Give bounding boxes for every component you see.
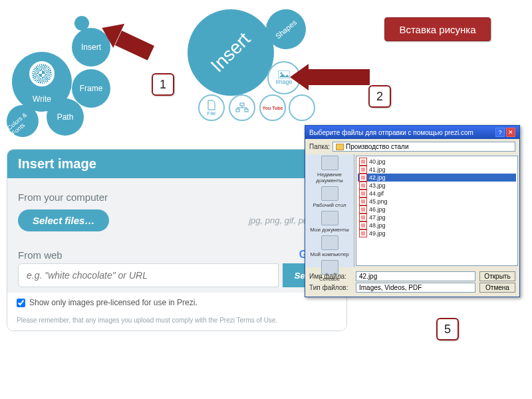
filename-label: Имя файла: (309, 273, 352, 280)
image-file-icon (359, 205, 367, 213)
image-file-icon (359, 229, 367, 237)
cancel-button[interactable]: Отмена (479, 283, 515, 293)
place-mydocs[interactable]: Мои документы (305, 209, 354, 234)
file-item[interactable]: 43.jpg (358, 182, 516, 190)
desktop-icon (321, 186, 338, 201)
place-mycomputer[interactable]: Мой компьютер (305, 234, 354, 259)
filename-combo[interactable]: 42.jpg (356, 271, 475, 281)
select-files-button[interactable]: Select files… (18, 209, 109, 231)
file-bubble[interactable]: File (198, 94, 225, 121)
terms-footnote: Please remember, that any images you upl… (7, 313, 346, 331)
svg-rect-3 (236, 109, 239, 112)
step-badge-2: 2 (368, 85, 391, 108)
mydocs-icon (321, 211, 338, 225)
folder-value: Производство стали (346, 143, 408, 150)
extra-bubble[interactable] (289, 94, 315, 121)
place-recent[interactable]: Недавние документы (305, 154, 354, 185)
file-item[interactable]: 42.jpg (358, 174, 516, 182)
file-label: File (207, 110, 216, 116)
place-desktop[interactable]: Рабочий стол (305, 185, 354, 209)
file-item[interactable]: 40.jpg (358, 158, 516, 166)
image-file-icon (359, 158, 367, 166)
file-item[interactable]: 45.png (358, 198, 516, 205)
image-file-icon (359, 174, 367, 182)
panel-title: Insert image (18, 156, 96, 172)
sunburst-icon (29, 61, 55, 86)
file-icon (207, 100, 216, 110)
from-web-label: From web (18, 249, 63, 261)
image-file-icon (359, 198, 367, 205)
prezi-menu-cluster-2: Insert Shapes Image File You Tube (188, 9, 321, 116)
panel-header: Insert image ✕ (7, 150, 346, 178)
web-search-input[interactable] (18, 263, 279, 287)
filetype-combo[interactable]: Images, Videos, PDF (356, 283, 475, 293)
file-item[interactable]: 44.gif (358, 190, 516, 198)
write-label: Write (33, 94, 51, 104)
recent-icon (321, 156, 338, 170)
frame-bubble[interactable]: Frame (72, 69, 110, 108)
file-item[interactable]: 47.jpg (358, 213, 516, 221)
mycomputer-icon (321, 235, 338, 250)
org-chart-icon (235, 102, 249, 113)
slide-title-badge: Вставка рисунка (384, 17, 491, 41)
file-list[interactable]: 40.jpg41.jpg42.jpg43.jpg44.gif45.png46.j… (356, 156, 518, 266)
path-bubble[interactable]: Path (47, 98, 84, 136)
image-file-icon (359, 166, 367, 174)
file-open-dialog: Выберите файлы для отправки с помощью pr… (305, 125, 520, 297)
image-file-icon (359, 221, 367, 229)
image-file-icon (359, 182, 367, 190)
insert-image-panel: Insert image ✕ From your computer Select… (7, 149, 347, 331)
from-computer-label: From your computer (18, 192, 336, 203)
svg-rect-2 (240, 103, 244, 106)
open-button[interactable]: Открыть (479, 271, 515, 281)
file-item[interactable]: 49.jpg (358, 229, 516, 237)
folder-combo[interactable]: Производство стали (332, 142, 515, 152)
image-file-icon (359, 190, 367, 198)
license-checkbox[interactable] (17, 299, 25, 307)
file-item[interactable]: 46.jpg (358, 205, 516, 213)
places-bar: Недавние документы Рабочий стол Мои доку… (305, 154, 354, 267)
license-filter-row: Show only images pre-licensed for use in… (7, 293, 346, 313)
svg-rect-4 (245, 109, 248, 112)
step-badge-5: 5 (436, 318, 459, 340)
svg-rect-0 (278, 70, 290, 78)
diagram-bubble[interactable] (229, 94, 255, 121)
license-label: Show only images pre-licensed for use in… (29, 298, 198, 307)
image-file-icon (359, 213, 367, 221)
step-badge-1: 1 (152, 73, 174, 96)
dialog-titlebar: Выберите файлы для отправки с помощью pr… (305, 126, 519, 139)
folder-label: Папка: (309, 143, 330, 150)
picture-icon (278, 70, 290, 78)
svg-point-1 (281, 72, 283, 74)
file-item[interactable]: 41.jpg (358, 166, 516, 174)
close-dialog-button[interactable]: ✕ (506, 128, 515, 137)
dialog-title: Выберите файлы для отправки с помощью pr… (309, 129, 473, 136)
file-item[interactable]: 48.jpg (358, 221, 516, 229)
youtube-bubble[interactable]: You Tube (259, 94, 286, 121)
help-button[interactable]: ? (495, 128, 505, 137)
folder-icon (336, 144, 344, 150)
filetype-label: Тип файлов: (309, 284, 352, 291)
